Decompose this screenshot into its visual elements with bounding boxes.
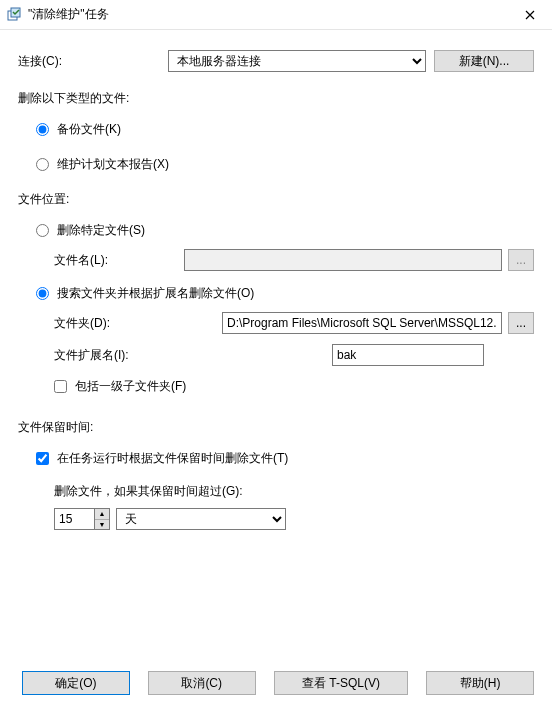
task-icon <box>6 7 22 23</box>
age-unit-select[interactable]: 天 <box>116 508 286 530</box>
include-subfolder-check[interactable]: 包括一级子文件夹(F) <box>54 378 534 395</box>
include-subfolder-input[interactable] <box>54 380 67 393</box>
radio-backup-input[interactable] <box>36 123 49 136</box>
spinner-up-icon[interactable]: ▲ <box>95 509 109 520</box>
spinner-down-icon[interactable]: ▼ <box>95 520 109 530</box>
age-amount-spinner[interactable]: ▲ ▼ <box>54 508 110 530</box>
radio-report-files[interactable]: 维护计划文本报告(X) <box>36 156 534 173</box>
enable-age-input[interactable] <box>36 452 49 465</box>
radio-specific-label: 删除特定文件(S) <box>57 222 145 239</box>
cancel-button[interactable]: 取消(C) <box>148 671 256 695</box>
connection-label: 连接(C): <box>18 53 168 70</box>
extension-label: 文件扩展名(I): <box>54 347 332 364</box>
radio-search-label: 搜索文件夹并根据扩展名删除文件(O) <box>57 285 254 302</box>
folder-input[interactable] <box>222 312 502 334</box>
radio-backup-files[interactable]: 备份文件(K) <box>36 121 534 138</box>
radio-report-input[interactable] <box>36 158 49 171</box>
folder-browse-button[interactable]: ... <box>508 312 534 334</box>
filename-browse-button: ... <box>508 249 534 271</box>
connection-select[interactable]: 本地服务器连接 <box>168 50 426 72</box>
radio-backup-label: 备份文件(K) <box>57 121 121 138</box>
radio-report-label: 维护计划文本报告(X) <box>57 156 169 173</box>
filename-label: 文件名(L): <box>54 252 184 269</box>
filename-input <box>184 249 502 271</box>
file-location-title: 文件位置: <box>18 191 534 208</box>
delete-type-title: 删除以下类型的文件: <box>18 90 534 107</box>
file-age-title: 文件保留时间: <box>18 419 534 436</box>
window-title: "清除维护"任务 <box>28 6 507 23</box>
ok-button[interactable]: 确定(O) <box>22 671 130 695</box>
dialog-footer: 确定(O) 取消(C) 查看 T-SQL(V) 帮助(H) <box>0 664 552 720</box>
new-connection-button[interactable]: 新建(N)... <box>434 50 534 72</box>
radio-specific-file[interactable]: 删除特定文件(S) <box>36 222 534 239</box>
enable-age-check[interactable]: 在任务运行时根据文件保留时间删除文件(T) <box>36 450 534 467</box>
include-subfolder-label: 包括一级子文件夹(F) <box>75 378 186 395</box>
extension-input[interactable] <box>332 344 484 366</box>
radio-search-folder[interactable]: 搜索文件夹并根据扩展名删除文件(O) <box>36 285 534 302</box>
folder-label: 文件夹(D): <box>54 315 222 332</box>
titlebar: "清除维护"任务 <box>0 0 552 30</box>
enable-age-label: 在任务运行时根据文件保留时间删除文件(T) <box>57 450 288 467</box>
age-threshold-label: 删除文件，如果其保留时间超过(G): <box>54 483 534 500</box>
radio-specific-input[interactable] <box>36 224 49 237</box>
help-button[interactable]: 帮助(H) <box>426 671 534 695</box>
age-amount-input[interactable] <box>54 508 94 530</box>
view-tsql-button[interactable]: 查看 T-SQL(V) <box>274 671 409 695</box>
radio-search-input[interactable] <box>36 287 49 300</box>
close-button[interactable] <box>507 0 552 30</box>
